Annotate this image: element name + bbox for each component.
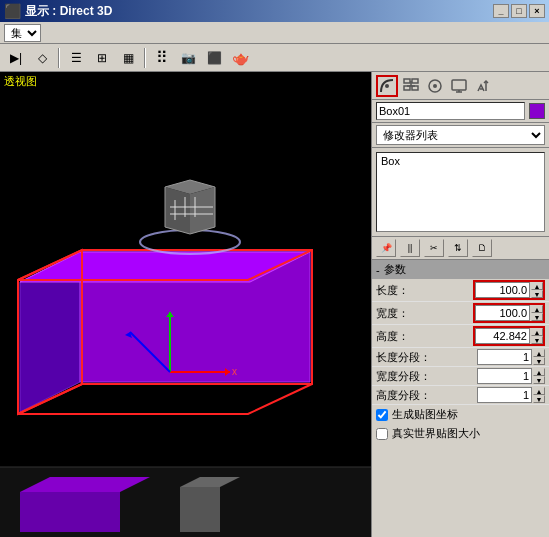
param-label-len-seg: 长度分段：	[376, 350, 477, 365]
svg-rect-33	[412, 79, 418, 83]
app-icon: ⬛	[4, 3, 21, 19]
menu-select[interactable]: 集	[4, 24, 41, 42]
param-input-length[interactable]	[475, 282, 530, 298]
spin-down-length[interactable]: ▼	[531, 290, 543, 298]
tool-camera[interactable]: 📷	[176, 47, 200, 69]
modifier-buttons: 📌 || ✂ ⇅ 🗋	[372, 236, 549, 259]
spin-up-wid-seg[interactable]: ▲	[533, 368, 545, 376]
panel-tab-display[interactable]	[448, 75, 470, 97]
panel-tab-utilities[interactable]	[472, 75, 494, 97]
svg-rect-37	[412, 86, 418, 90]
mod-btn-config[interactable]: ||	[400, 239, 420, 257]
param-input-group-length: ▲ ▼	[473, 280, 545, 300]
svg-rect-32	[404, 79, 410, 83]
tool-square[interactable]: ⬛	[202, 47, 226, 69]
svg-rect-40	[452, 80, 466, 90]
svg-marker-29	[180, 487, 220, 532]
spin-down-height[interactable]: ▼	[531, 336, 543, 344]
tool-teapot[interactable]: 🫖	[228, 47, 252, 69]
param-label-wid-seg: 宽度分段：	[376, 369, 477, 384]
params-section: - 参数 长度： ▲ ▼ 宽度：	[372, 259, 549, 537]
title-bar-buttons: _ □ ×	[493, 4, 545, 18]
viewport[interactable]: x 透视图	[0, 72, 371, 537]
param-input-group-height: ▲ ▼	[473, 326, 545, 346]
param-input-len-seg[interactable]	[477, 349, 532, 365]
tool-grid1[interactable]: ⊞	[90, 47, 114, 69]
param-row-height: 高度： ▲ ▼	[372, 325, 549, 348]
checkbox-map-coords[interactable]	[376, 409, 388, 421]
toolbar: ▶| ◇ ☰ ⊞ ▦ ⠿ 📷 ⬛ 🫖	[0, 44, 549, 72]
tool-layers[interactable]: ☰	[64, 47, 88, 69]
svg-point-39	[433, 84, 437, 88]
mod-btn-new[interactable]: 🗋	[472, 239, 492, 257]
check-row-real-world: 真实世界贴图大小	[372, 424, 549, 443]
param-label-height: 高度：	[376, 329, 473, 344]
svg-marker-27	[20, 492, 120, 532]
mod-btn-pin[interactable]: 📌	[376, 239, 396, 257]
param-input-group-wid-seg: ▲ ▼	[477, 368, 545, 384]
param-input-width[interactable]	[475, 305, 530, 321]
panel-tab-hierarchy[interactable]	[400, 75, 422, 97]
svg-point-31	[385, 84, 389, 88]
param-spinner-height: ▲ ▼	[531, 328, 543, 344]
check-row-map-coords: 生成贴图坐标	[372, 405, 549, 424]
viewport-svg: x	[0, 72, 371, 537]
param-label-hei-seg: 高度分段：	[376, 388, 477, 403]
spin-up-height[interactable]: ▲	[531, 328, 543, 336]
title-bar-text: ⬛ 显示 : Direct 3D	[4, 3, 112, 20]
svg-text:x: x	[232, 366, 237, 377]
param-row-wid-seg: 宽度分段： ▲ ▼	[372, 367, 549, 386]
param-spinner-wid-seg: ▲ ▼	[533, 368, 545, 384]
spin-down-hei-seg[interactable]: ▼	[533, 395, 545, 403]
params-minus-icon: -	[376, 264, 380, 276]
check-label-real-world: 真实世界贴图大小	[392, 426, 480, 441]
spin-down-len-seg[interactable]: ▼	[533, 357, 545, 365]
right-panel: 修改器列表 Box 📌 || ✂ ⇅ 🗋 - 参数 长度：	[371, 72, 549, 537]
param-input-hei-seg[interactable]	[477, 387, 532, 403]
check-label-map-coords: 生成贴图坐标	[392, 407, 458, 422]
param-input-group-len-seg: ▲ ▼	[477, 349, 545, 365]
panel-tab-modify[interactable]	[376, 75, 398, 97]
param-spinner-length: ▲ ▼	[531, 282, 543, 298]
mod-btn-cut[interactable]: ✂	[424, 239, 444, 257]
param-spinner-hei-seg: ▲ ▼	[533, 387, 545, 403]
param-input-group-width: ▲ ▼	[473, 303, 545, 323]
checkbox-real-world[interactable]	[376, 428, 388, 440]
panel-tab-motion[interactable]	[424, 75, 446, 97]
spin-up-length[interactable]: ▲	[531, 282, 543, 290]
param-row-len-seg: 长度分段： ▲ ▼	[372, 348, 549, 367]
menu-bar: 集	[0, 22, 549, 44]
modifier-list-select[interactable]: 修改器列表	[376, 125, 545, 145]
tool-diamond[interactable]: ◇	[30, 47, 54, 69]
params-title: 参数	[384, 262, 406, 277]
tool-select[interactable]: ▶|	[4, 47, 28, 69]
mod-btn-sort[interactable]: ⇅	[448, 239, 468, 257]
spin-up-hei-seg[interactable]: ▲	[533, 387, 545, 395]
param-row-hei-seg: 高度分段： ▲ ▼	[372, 386, 549, 405]
param-label-width: 宽度：	[376, 306, 473, 321]
title-bar-label: 显示 : Direct 3D	[25, 3, 112, 20]
params-header[interactable]: - 参数	[372, 260, 549, 279]
title-bar: ⬛ 显示 : Direct 3D _ □ ×	[0, 0, 549, 22]
object-name-input[interactable]	[376, 102, 525, 120]
minimize-button[interactable]: _	[493, 4, 509, 18]
spin-down-wid-seg[interactable]: ▼	[533, 376, 545, 384]
toolbar-sep-2	[144, 48, 146, 68]
spin-up-width[interactable]: ▲	[531, 305, 543, 313]
tool-dots[interactable]: ⠿	[150, 47, 174, 69]
modifier-item-box[interactable]: Box	[377, 153, 544, 169]
param-input-wid-seg[interactable]	[477, 368, 532, 384]
param-row-length: 长度： ▲ ▼	[372, 279, 549, 302]
tool-grid2[interactable]: ▦	[116, 47, 140, 69]
param-input-height[interactable]	[475, 328, 530, 344]
object-color-swatch[interactable]	[529, 103, 545, 119]
spin-down-width[interactable]: ▼	[531, 313, 543, 321]
spin-up-len-seg[interactable]: ▲	[533, 349, 545, 357]
svg-marker-19	[190, 187, 215, 234]
modifier-dropdown-row: 修改器列表	[372, 123, 549, 148]
close-button[interactable]: ×	[529, 4, 545, 18]
maximize-button[interactable]: □	[511, 4, 527, 18]
svg-rect-36	[404, 86, 410, 90]
modifier-list-box[interactable]: Box	[376, 152, 545, 232]
svg-marker-18	[165, 187, 190, 234]
